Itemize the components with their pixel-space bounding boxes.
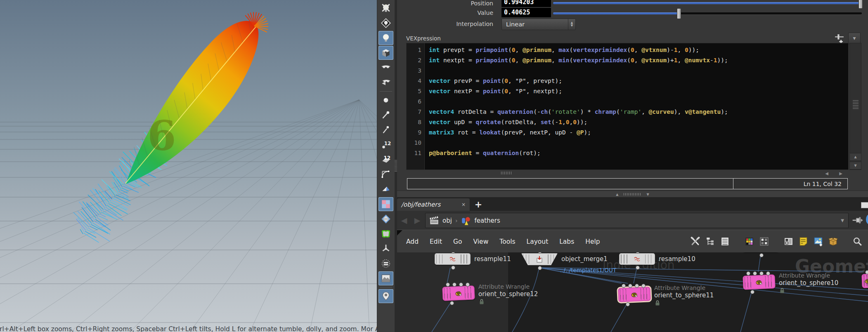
tab-close-icon[interactable]: × <box>461 202 466 207</box>
point-normals-icon[interactable] <box>378 123 393 137</box>
axis-fan-icon[interactable] <box>378 242 393 256</box>
view-location-icon[interactable] <box>378 289 393 303</box>
code-area[interactable]: int prevpt = primpoint(0, @primnum, max(… <box>425 43 848 170</box>
menu-item-view[interactable]: View <box>473 238 489 245</box>
menu-item-layout[interactable]: Layout <box>527 238 549 245</box>
vex-code-editor[interactable]: 1234567891011 int prevpt = primpoint(0, … <box>406 43 849 170</box>
uv-overlay-icon[interactable] <box>378 227 393 241</box>
scroll-up-button[interactable]: ▲ <box>849 153 861 161</box>
nav-back-button[interactable]: ◀ <box>399 215 409 225</box>
node-input-dot[interactable] <box>753 271 757 275</box>
node-output-dot[interactable] <box>759 253 764 257</box>
pane-corner-wedge[interactable] <box>397 230 402 235</box>
display-points-icon[interactable] <box>378 93 393 107</box>
node-output-dot[interactable] <box>538 266 542 270</box>
background-image-icon[interactable] <box>378 271 393 285</box>
viewport-3d[interactable]: 6 trl+Alt+Left box zooms, Ctrl+Right zoo… <box>0 0 377 332</box>
slider-handle[interactable] <box>859 0 863 9</box>
menu-item-go[interactable]: Go <box>453 238 462 245</box>
node-input-dot[interactable] <box>635 284 639 288</box>
slider-handle[interactable] <box>677 8 681 19</box>
list-view-icon[interactable] <box>719 236 731 247</box>
node-input-dot[interactable] <box>865 270 868 274</box>
node-name-label[interactable]: resample10 <box>659 255 695 263</box>
menu-item-tools[interactable]: Tools <box>499 238 515 245</box>
code-line[interactable] <box>429 97 848 107</box>
node-input-dot[interactable] <box>446 283 450 287</box>
position-slider[interactable] <box>553 0 862 7</box>
curve-hull-icon[interactable] <box>378 167 393 181</box>
node-node-right-partial[interactable] <box>861 273 868 288</box>
pin-pane-icon[interactable] <box>851 214 863 226</box>
code-line[interactable] <box>429 138 848 148</box>
prim-numbers-icon[interactable]: 12 <box>378 153 393 167</box>
headlight-icon[interactable] <box>378 16 393 30</box>
sticky-note-icon[interactable] <box>798 236 809 247</box>
node-input-dot[interactable] <box>746 271 750 275</box>
no-lighting-icon[interactable] <box>378 1 393 15</box>
breadcrumb-current[interactable]: feathers <box>474 217 500 224</box>
code-line[interactable]: vector nextP = point(0, "P", nextpt); <box>429 86 848 97</box>
menu-item-labs[interactable]: Labs <box>559 238 574 245</box>
search-icon[interactable] <box>852 236 863 247</box>
position-value-field[interactable]: 0.994203 <box>501 0 551 7</box>
node-name-label[interactable]: orient_to_sphere10 <box>779 279 838 287</box>
node-name-label[interactable]: object_merge1 <box>561 255 608 263</box>
color-palette-icon[interactable] <box>744 236 755 247</box>
progressive-circle-icon[interactable] <box>378 257 393 271</box>
vexpression-menu-button[interactable]: ▼ <box>848 33 861 44</box>
toolbox-icon[interactable] <box>690 236 701 247</box>
high-quality-shading-icon[interactable] <box>378 46 393 60</box>
node-resample11[interactable] <box>435 253 471 265</box>
editor-resize-grip[interactable] <box>501 172 512 174</box>
node-orient_to_sphere11[interactable] <box>618 287 650 302</box>
particle-diamond-icon[interactable] <box>378 212 393 226</box>
prim-normals-icon[interactable] <box>378 182 393 196</box>
node-input-dot[interactable] <box>766 271 770 275</box>
node-input-dot[interactable] <box>459 283 463 287</box>
ramp-add-icon[interactable] <box>834 33 845 44</box>
node-name-label[interactable]: orient_to_sphere12 <box>478 290 538 298</box>
interpolation-dropdown[interactable]: Linear ▲▼ <box>501 19 576 30</box>
scroll-left-button[interactable]: ◀ <box>821 170 833 177</box>
nav-forward-button[interactable]: ▶ <box>412 215 423 225</box>
path-dropdown-icon[interactable]: ▼ <box>841 218 848 223</box>
menu-item-edit[interactable]: Edit <box>430 238 442 245</box>
code-line[interactable]: int nextpt = primpoint(0, @primnum, min(… <box>429 55 848 66</box>
code-line[interactable]: vector upD = qrotate(rotDelta, set(-1,0,… <box>429 117 848 127</box>
menu-item-add[interactable]: Add <box>406 238 419 245</box>
node-output-dot[interactable] <box>450 301 454 305</box>
scroll-right-button[interactable]: ▶ <box>835 170 847 177</box>
pane-maximize-icon[interactable] <box>861 202 868 208</box>
node-name-label[interactable]: orient_to_sphere11 <box>654 292 714 299</box>
code-line[interactable]: p@barborient = quaternion(rot); <box>429 148 848 158</box>
node-input-dot[interactable] <box>628 284 632 288</box>
node-output-dot[interactable] <box>750 290 754 294</box>
node-output-dot[interactable] <box>626 302 630 306</box>
value-value-field[interactable]: 0.40625 <box>501 8 551 17</box>
node-input-dot[interactable] <box>622 284 626 288</box>
tab-obj-feathers[interactable]: /obj/feathers × <box>397 198 470 211</box>
splitter-down-icon[interactable]: ▼ <box>647 193 649 196</box>
node-output-dot[interactable] <box>451 266 455 270</box>
node-input-dot[interactable] <box>452 283 456 287</box>
editor-vertical-scrollbar[interactable] <box>849 43 861 170</box>
node-orient_to_sphere10[interactable] <box>743 274 775 290</box>
code-line[interactable] <box>429 66 848 76</box>
code-line[interactable]: matrix3 rot = lookat(prevP, nextP, upD -… <box>429 127 848 138</box>
gallery-box-icon[interactable] <box>828 236 839 247</box>
node-input-dot[interactable] <box>759 271 764 275</box>
texture-checker-icon[interactable] <box>378 197 393 211</box>
pane-layout-icon[interactable] <box>783 236 794 247</box>
menu-item-help[interactable]: Help <box>585 238 600 245</box>
normal-lighting-icon[interactable] <box>378 31 393 45</box>
point-numbers-icon[interactable]: 12 <box>378 138 393 152</box>
scroll-down-button[interactable]: ▼ <box>849 162 861 170</box>
smooth-shaded-icon[interactable] <box>378 61 393 75</box>
code-line[interactable]: vector4 rotDelta = quaternion(-ch('rotat… <box>429 107 848 117</box>
node-orient_to_sphere12[interactable] <box>442 285 475 301</box>
code-line[interactable]: vector prevP = point(0, "P", prevpt); <box>429 76 848 86</box>
node-resample10[interactable] <box>619 253 655 265</box>
brush-markers-icon[interactable] <box>378 108 393 122</box>
smooth-shaded-anim-icon[interactable] <box>378 75 393 89</box>
